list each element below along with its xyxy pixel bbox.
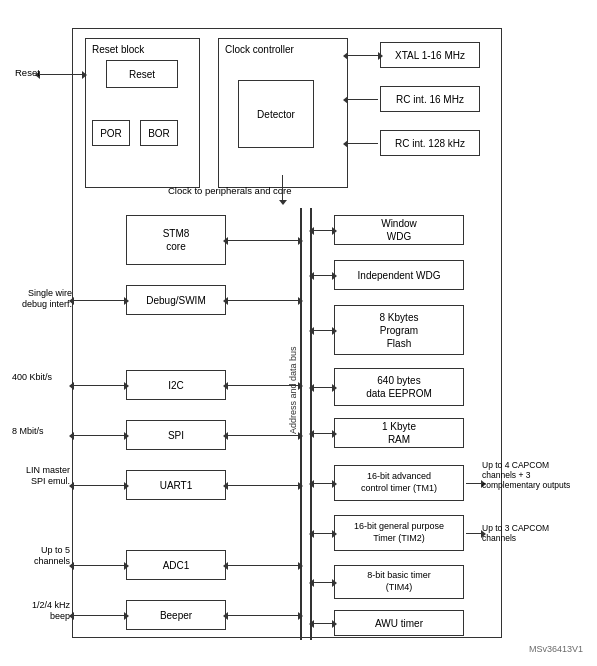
beeper-label: Beeper xyxy=(160,609,192,622)
arrow-i2c-left xyxy=(74,385,124,386)
uart-rate-label: LIN master SPI emul. xyxy=(10,465,70,487)
uart1-box: UART1 xyxy=(126,470,226,500)
i2c-rate-label: 400 Kbit/s xyxy=(12,372,52,382)
stm8-core-box: STM8 core xyxy=(126,215,226,265)
clock-controller-label: Clock controller xyxy=(225,43,294,56)
adc1-label: ADC1 xyxy=(163,559,190,572)
adc1-box: ADC1 xyxy=(126,550,226,580)
arrow-wdg-independent xyxy=(314,275,332,276)
arrow-flash xyxy=(314,330,332,331)
page: Reset block Reset POR BOR Clock controll… xyxy=(0,0,597,666)
spi-box: SPI xyxy=(126,420,226,450)
tim1-label: 16-bit advanced control timer (TM1) xyxy=(361,471,437,494)
detector-label: Detector xyxy=(257,108,295,121)
program-flash-label: 8 Kbytes Program Flash xyxy=(380,311,419,350)
spi-label: SPI xyxy=(168,429,184,442)
arrow-tim4 xyxy=(314,582,332,583)
tim2-box: 16-bit general purpose Timer (TIM2) xyxy=(334,515,464,551)
debug-swim-box: Debug/SWIM xyxy=(126,285,226,315)
tim2-label: 16-bit general purpose Timer (TIM2) xyxy=(354,521,444,544)
arrow-debug-left xyxy=(74,300,124,301)
arrow-stm8-bus xyxy=(228,240,298,241)
window-wdg-label: Window WDG xyxy=(381,217,417,243)
independent-wdg-label: Independent WDG xyxy=(358,269,441,282)
awu-label: AWU timer xyxy=(375,617,423,630)
arrow-eeprom xyxy=(314,387,332,388)
arrow-to-xtal xyxy=(348,55,378,56)
arrow-beeper-bus xyxy=(228,615,298,616)
beeper-rate-label: 1/2/4 kHz beep xyxy=(10,600,70,622)
i2c-label: I2C xyxy=(168,379,184,392)
rc-int-128-box: RC int. 128 kHz xyxy=(380,130,480,156)
tm2-note-label: Up to 3 CAPCOM channels xyxy=(482,523,582,543)
beeper-box: Beeper xyxy=(126,600,226,630)
reset-inner-box: Reset xyxy=(106,60,178,88)
reset-arrow-label: Reset xyxy=(15,67,40,78)
arrow-spi-bus xyxy=(228,435,298,436)
por-label: POR xyxy=(100,127,122,140)
arrow-uart-left xyxy=(74,485,124,486)
arrow-awu xyxy=(314,623,332,624)
reset-label: Reset xyxy=(129,68,155,81)
xtal-box: XTAL 1-16 MHz xyxy=(380,42,480,68)
arrow-ram xyxy=(314,433,332,434)
rc-int-16-label: RC int. 16 MHz xyxy=(396,93,464,106)
data-eeprom-label: 640 bytes data EEPROM xyxy=(366,374,432,400)
arrow-tim2-right xyxy=(466,533,481,534)
adc-channels-label: Up to 5 channels xyxy=(10,545,70,567)
watermark: MSv36413V1 xyxy=(529,644,583,654)
tm1-note-label: Up to 4 CAPCOM channels + 3 complementar… xyxy=(482,460,582,491)
i2c-box: I2C xyxy=(126,370,226,400)
tim1-box: 16-bit advanced control timer (TM1) xyxy=(334,465,464,501)
rc-int-16-box: RC int. 16 MHz xyxy=(380,86,480,112)
arrow-tim2 xyxy=(314,533,332,534)
xtal-label: XTAL 1-16 MHz xyxy=(395,49,465,62)
arrow-adc-left xyxy=(74,565,124,566)
bor-label: BOR xyxy=(148,127,170,140)
clock-peripherals-label: Clock to peripherals and core xyxy=(168,185,292,196)
detector-box: Detector xyxy=(238,80,314,148)
stm8-core-label: STM8 core xyxy=(163,227,190,253)
bor-box: BOR xyxy=(140,120,178,146)
arrow-tim1-right xyxy=(466,483,481,484)
arrow-to-rc128 xyxy=(348,143,378,144)
single-wire-label: Single wire debug interf. xyxy=(12,288,72,310)
debug-swim-label: Debug/SWIM xyxy=(146,294,205,307)
reset-block-label: Reset block xyxy=(92,43,144,56)
diagram: Reset block Reset POR BOR Clock controll… xyxy=(10,10,587,656)
program-flash-box: 8 Kbytes Program Flash xyxy=(334,305,464,355)
clock-down-arrow xyxy=(282,175,283,200)
arrow-wdg-window xyxy=(314,230,332,231)
reset-arrow xyxy=(40,74,82,75)
uart1-label: UART1 xyxy=(160,479,193,492)
arrow-adc-bus xyxy=(228,565,298,566)
por-box: POR xyxy=(92,120,130,146)
ram-label: 1 Kbyte RAM xyxy=(382,420,416,446)
arrow-i2c-bus xyxy=(228,385,298,386)
awu-box: AWU timer xyxy=(334,610,464,636)
data-eeprom-box: 640 bytes data EEPROM xyxy=(334,368,464,406)
arrow-to-rc16 xyxy=(348,99,378,100)
arrow-spi-left xyxy=(74,435,124,436)
window-wdg-box: Window WDG xyxy=(334,215,464,245)
tim4-label: 8-bit basic timer (TIM4) xyxy=(367,570,431,593)
ram-box: 1 Kbyte RAM xyxy=(334,418,464,448)
spi-rate-label: 8 Mbit/s xyxy=(12,426,44,436)
rc-int-128-label: RC int. 128 kHz xyxy=(395,137,465,150)
independent-wdg-box: Independent WDG xyxy=(334,260,464,290)
arrow-tim1 xyxy=(314,483,332,484)
tim4-box: 8-bit basic timer (TIM4) xyxy=(334,565,464,599)
bus-label: Address and data bus xyxy=(288,290,298,490)
arrow-debug-bus xyxy=(228,300,298,301)
arrow-uart-bus xyxy=(228,485,298,486)
arrow-beeper-left xyxy=(74,615,124,616)
